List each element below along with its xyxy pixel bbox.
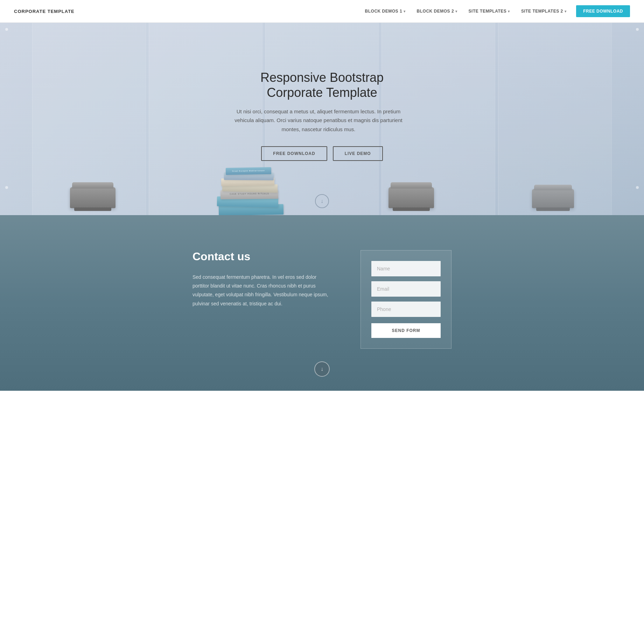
nav-item-cta[interactable]: FREE DOWNLOAD bbox=[573, 5, 630, 17]
hero-demo-button[interactable]: LIVE DEMO bbox=[333, 146, 383, 161]
corner-dot-tl bbox=[5, 28, 8, 31]
contact-info: Contact us Sed consequat fermentum phare… bbox=[192, 250, 332, 308]
contact-form: SEND FORM bbox=[360, 250, 451, 349]
dropdown-caret-4: ▾ bbox=[565, 9, 567, 13]
brand-logo[interactable]: CORPORATE TEMPLATE bbox=[14, 9, 75, 14]
nav-item-site-templates-2[interactable]: SITE TEMPLATES 2 ▾ bbox=[516, 6, 571, 16]
nav-item-block-demos-1[interactable]: BLOCK DEMOS 1 ▾ bbox=[360, 6, 411, 16]
contact-section: Contact us Sed consequat fermentum phare… bbox=[0, 215, 644, 391]
nav-link-site-templates[interactable]: SITE TEMPLATES ▾ bbox=[464, 6, 515, 16]
hero-download-button[interactable]: FREE DOWNLOAD bbox=[261, 146, 327, 161]
hero-scroll-down[interactable]: ↓ bbox=[315, 194, 329, 208]
nav-item-block-demos-2[interactable]: BLOCK DEMOS 2 ▾ bbox=[412, 6, 462, 16]
send-form-button[interactable]: SEND FORM bbox=[371, 323, 441, 338]
email-input[interactable] bbox=[371, 281, 441, 297]
contact-title: Contact us bbox=[192, 250, 332, 263]
navbar: CORPORATE TEMPLATE BLOCK DEMOS 1 ▾ BLOCK… bbox=[0, 0, 644, 23]
nav-link-site-templates-2[interactable]: SITE TEMPLATES 2 ▾ bbox=[516, 6, 571, 16]
hero-title: Responsive Bootstrap Corporate Template bbox=[231, 70, 413, 100]
dropdown-caret-2: ▾ bbox=[455, 9, 457, 13]
hero-content: Responsive Bootstrap Corporate Template … bbox=[224, 56, 420, 175]
nav-menu: BLOCK DEMOS 1 ▾ BLOCK DEMOS 2 ▾ SITE TEM… bbox=[360, 5, 630, 17]
hero-subtitle: Ut nisi orci, consequat a metus ut, aliq… bbox=[231, 107, 406, 134]
phone-input[interactable] bbox=[371, 302, 441, 317]
product-preview-1 bbox=[70, 187, 115, 208]
contact-scroll-down[interactable]: ↓ bbox=[314, 361, 330, 377]
name-input[interactable] bbox=[371, 261, 441, 276]
dropdown-caret-1: ▾ bbox=[404, 9, 406, 13]
contact-description: Sed consequat fermentum pharetra. In vel… bbox=[192, 273, 332, 308]
nav-link-block-demos-1[interactable]: BLOCK DEMOS 1 ▾ bbox=[360, 6, 411, 16]
dropdown-caret-3: ▾ bbox=[508, 9, 510, 13]
hero-section: Responsive Bootstrap Corporate Template … bbox=[0, 23, 644, 215]
product-preview-2 bbox=[388, 187, 434, 208]
hero-buttons: FREE DOWNLOAD LIVE DEMO bbox=[231, 146, 413, 161]
free-download-button[interactable]: FREE DOWNLOAD bbox=[576, 5, 630, 17]
product-preview-3 bbox=[532, 189, 574, 208]
nav-link-block-demos-2[interactable]: BLOCK DEMOS 2 ▾ bbox=[412, 6, 462, 16]
nav-item-site-templates[interactable]: SITE TEMPLATES ▾ bbox=[464, 6, 515, 16]
corner-dot-tr bbox=[636, 28, 639, 31]
